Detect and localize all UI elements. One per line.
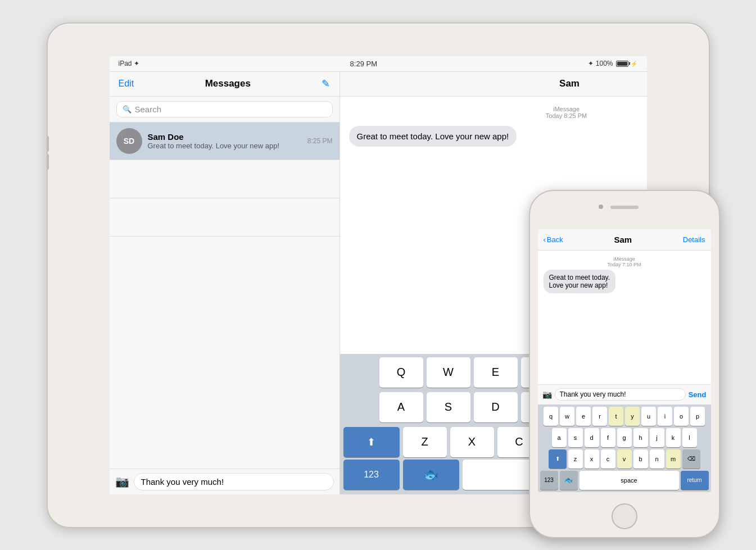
iphone-return-key[interactable]: return xyxy=(681,471,709,490)
iphone-key-g[interactable]: g xyxy=(617,428,632,447)
iphone-key-u[interactable]: u xyxy=(641,407,656,426)
iphone-key-h[interactable]: h xyxy=(633,428,648,447)
contact-name: Sam Doe xyxy=(148,132,302,142)
ipad-label: iPad ✦ xyxy=(119,60,139,67)
message-info: Sam Doe Great to meet today. Love your n… xyxy=(148,132,302,150)
message-preview: Great to meet today. Love your new app! xyxy=(148,142,302,150)
iphone-key-v[interactable]: v xyxy=(617,449,632,469)
compose-button[interactable]: ✎ xyxy=(322,78,330,90)
iphone-key-i[interactable]: i xyxy=(658,407,672,426)
iphone-home-button[interactable] xyxy=(612,503,637,529)
iphone-key-n[interactable]: n xyxy=(650,449,664,469)
iphone-num-key[interactable]: 123 xyxy=(540,471,558,490)
iphone-camera-dot xyxy=(599,204,603,209)
key-e[interactable]: E xyxy=(474,357,518,388)
message-input[interactable] xyxy=(134,473,334,490)
iphone-key-j[interactable]: j xyxy=(650,428,664,447)
iphone-send-button[interactable]: Send xyxy=(689,390,707,399)
iphone-key-m[interactable]: m xyxy=(666,449,681,469)
iphone-nav: ‹ Back Sam Details xyxy=(538,229,711,251)
iphone-speaker xyxy=(610,206,639,209)
chat-title: Sam xyxy=(383,78,647,89)
iphone-key-z[interactable]: z xyxy=(568,449,583,469)
ipad-time: 8:29 PM xyxy=(350,60,377,68)
iphone-key-p[interactable]: p xyxy=(690,407,705,426)
iphone-message-bubble: Great to meet today. Love your new app! xyxy=(544,270,616,293)
key-w[interactable]: W xyxy=(427,357,470,388)
search-placeholder: Search xyxy=(135,104,162,114)
key-a[interactable]: A xyxy=(379,392,423,422)
empty-list-item-2 xyxy=(110,198,339,237)
iphone-back-button[interactable]: ‹ Back xyxy=(544,235,563,244)
iphone-chat-area: iMessage Today 7:10 PM Great to meet tod… xyxy=(538,251,711,384)
iphone-key-s[interactable]: s xyxy=(568,428,583,447)
iphone-key-x[interactable]: x xyxy=(585,449,599,469)
iphone-key-o[interactable]: o xyxy=(674,407,689,426)
iphone-key-a[interactable]: a xyxy=(552,428,567,447)
avatar: SD xyxy=(116,128,142,154)
iphone-key-e[interactable]: e xyxy=(576,407,591,426)
iphone-keyboard-row-3: ⬆ z x c v b n m ⌫ xyxy=(540,449,709,469)
bluetooth-icon: ✦ xyxy=(588,60,594,67)
empty-list-item-1 xyxy=(110,160,339,198)
ipad-device: iPad ✦ 8:29 PM ✦ 100% ⚡ Edit xyxy=(47,22,710,528)
ipad-input-bar: 📷 xyxy=(110,469,339,494)
battery-label: 100% xyxy=(596,60,613,67)
iphone-keyboard: q w e r t y u i o p a s xyxy=(538,404,711,492)
iphone-key-y[interactable]: y xyxy=(625,407,640,426)
iphone-space-key[interactable]: space xyxy=(580,471,679,490)
iphone-outer: ‹ Back Sam Details iMessage Today 7:10 P… xyxy=(529,190,720,538)
key-d[interactable]: D xyxy=(474,392,518,422)
shift-key[interactable]: ⬆ xyxy=(343,427,400,457)
iphone-details-button[interactable]: Details xyxy=(683,235,705,244)
iphone-device: ‹ Back Sam Details iMessage Today 7:10 P… xyxy=(529,190,720,538)
edit-button[interactable]: Edit xyxy=(119,79,134,89)
sidebar-header: Edit Messages ✎ xyxy=(110,72,339,97)
iphone-shift-key[interactable]: ⬆ xyxy=(549,449,567,469)
iphone-key-r[interactable]: r xyxy=(592,407,607,426)
chat-header: Sam Details xyxy=(340,72,647,97)
iphone-key-l[interactable]: l xyxy=(682,428,697,447)
battery-icon xyxy=(616,61,628,67)
iphone-key-q[interactable]: q xyxy=(544,407,558,426)
ipad-status-bar: iPad ✦ 8:29 PM ✦ 100% ⚡ xyxy=(110,56,647,72)
iphone-key-d[interactable]: d xyxy=(585,428,599,447)
ipad-volume-buttons xyxy=(47,136,49,170)
charge-icon: ⚡ xyxy=(631,61,637,67)
key-x[interactable]: X xyxy=(450,427,494,457)
search-bar[interactable]: 🔍 Search xyxy=(116,101,333,117)
key-q[interactable]: Q xyxy=(379,357,423,388)
key-s[interactable]: S xyxy=(427,392,470,422)
key-z[interactable]: Z xyxy=(403,427,447,457)
message-time: 8:25 PM xyxy=(307,137,333,145)
sidebar-title: Messages xyxy=(205,78,251,89)
iphone-key-c[interactable]: c xyxy=(601,449,615,469)
iphone-keyboard-row-2: a s d f g h j k l xyxy=(540,428,709,447)
iphone-emoji-key[interactable]: 🐟 xyxy=(560,471,578,490)
iphone-key-f[interactable]: f xyxy=(601,428,615,447)
iphone-input-bar: 📷 Send xyxy=(538,384,711,404)
search-icon: 🔍 xyxy=(123,105,132,113)
iphone-camera-icon[interactable]: 📷 xyxy=(542,390,552,399)
iphone-key-w[interactable]: w xyxy=(560,407,574,426)
message-bubble: Great to meet today. Love your new app! xyxy=(349,126,517,147)
messages-sidebar: Edit Messages ✎ 🔍 Search SD Sam Doe xyxy=(110,72,340,494)
iphone-message-input[interactable] xyxy=(555,388,686,401)
camera-icon[interactable]: 📷 xyxy=(115,475,129,488)
iphone-key-k[interactable]: k xyxy=(666,428,681,447)
emoji-key[interactable]: 🐟 xyxy=(403,460,459,490)
iphone-key-b[interactable]: b xyxy=(633,449,648,469)
iphone-keyboard-bottom-row: 123 🐟 space return xyxy=(540,471,709,490)
search-bar-container: 🔍 Search xyxy=(110,97,339,122)
iphone-keyboard-row-1: q w e r t y u i o p xyxy=(540,407,709,426)
iphone-chat-title: Sam xyxy=(614,235,632,244)
iphone-screen: ‹ Back Sam Details iMessage Today 7:10 P… xyxy=(538,229,711,492)
iphone-delete-key[interactable]: ⌫ xyxy=(682,449,700,469)
message-list-item[interactable]: SD Sam Doe Great to meet today. Love you… xyxy=(110,122,339,160)
num-key[interactable]: 123 xyxy=(343,460,400,490)
sidebar-spacer xyxy=(110,237,339,469)
iphone-imessage-label: iMessage Today 7:10 PM xyxy=(544,256,705,267)
iphone-key-t[interactable]: t xyxy=(609,407,623,426)
imessage-label: iMessage Today 8:25 PM xyxy=(349,106,647,119)
